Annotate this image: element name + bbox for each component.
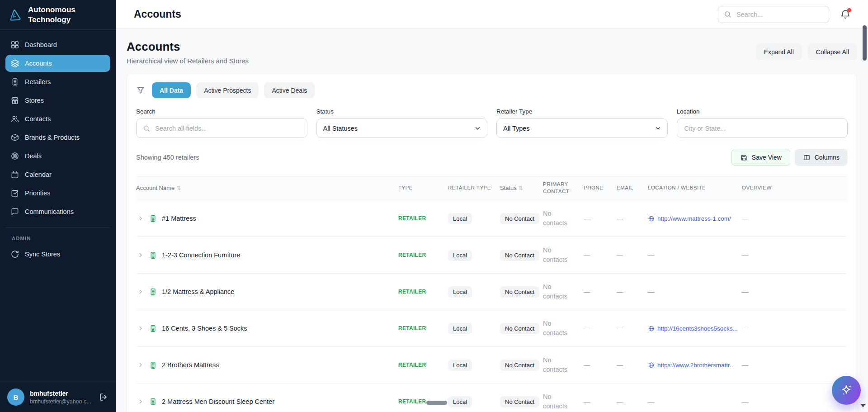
scrollbar-down-arrow[interactable]	[860, 404, 866, 407]
primary-contact-cell: No contacts	[543, 246, 584, 265]
sidebar-item-sync-stores[interactable]: Sync Stores	[5, 246, 110, 263]
account-name-cell: 2 Brothers Mattress	[136, 361, 398, 369]
filter-location-control[interactable]	[677, 118, 848, 138]
users-icon	[10, 114, 19, 123]
overview-cell: —	[742, 288, 841, 295]
expand-all-button[interactable]: Expand All	[756, 43, 802, 60]
building-icon	[10, 77, 19, 86]
tab-active-deals[interactable]: Active Deals	[264, 82, 315, 98]
table-row[interactable]: #1 Mattress RETAILER Local No Contact No…	[136, 200, 848, 237]
columns-button[interactable]: Columns	[795, 149, 848, 166]
status-select[interactable]: All Statuses	[316, 118, 488, 138]
sidebar-item-label: Dashboard	[25, 41, 57, 48]
website-empty: —	[648, 398, 654, 405]
building-icon	[149, 361, 157, 369]
overview-cell: —	[742, 251, 841, 259]
sidebar-item-communications[interactable]: Communications	[5, 203, 110, 220]
expand-chevron-icon[interactable]	[137, 398, 144, 405]
vertical-scrollbar-thumb[interactable]	[863, 25, 867, 61]
website-url: http://16cents3shoes5socks...	[657, 325, 738, 332]
sidebar-item-dashboard[interactable]: Dashboard	[5, 36, 110, 53]
admin-section-label: ADMIN	[5, 229, 110, 244]
sidebar-item-label: Stores	[25, 97, 44, 104]
retailer-type-select[interactable]: All Types	[496, 118, 668, 138]
filter-search-control[interactable]	[136, 118, 307, 138]
overview-cell: —	[742, 325, 841, 332]
sidebar-spacer	[0, 263, 116, 382]
table-header: Account Name⇅ TYPE RETAILER TYPE Status⇅…	[136, 176, 848, 200]
type-cell: RETAILER	[398, 325, 448, 331]
status-cell: No Contact	[500, 323, 543, 334]
notifications-button[interactable]	[840, 9, 851, 20]
building-icon	[149, 251, 157, 260]
tab-all-data[interactable]: All Data	[152, 82, 191, 98]
expand-chevron-icon[interactable]	[137, 288, 144, 295]
sidebar-item-accounts[interactable]: Accounts	[5, 55, 110, 72]
save-view-button[interactable]: Save View	[731, 149, 790, 166]
results-count: Showing 450 retailers	[136, 154, 199, 161]
sort-icon: ⇅	[519, 185, 523, 191]
global-search[interactable]	[718, 6, 829, 23]
horizontal-scrollbar-thumb[interactable]	[426, 401, 447, 405]
email-cell: —	[617, 325, 648, 332]
expand-chevron-icon[interactable]	[137, 325, 144, 332]
sidebar-item-calendar[interactable]: Calendar	[5, 166, 110, 183]
website-empty: —	[648, 251, 654, 259]
expand-chevron-icon[interactable]	[137, 361, 144, 369]
sidebar-item-label: Retailers	[25, 78, 51, 85]
page-head: Accounts Hierarchical view of Retailers …	[127, 40, 857, 65]
sidebar-nav: Dashboard Accounts Retailers Stores	[0, 30, 116, 263]
column-header-overview: OVERVIEW	[742, 185, 841, 192]
save-view-label: Save View	[752, 154, 782, 161]
sort-icon: ⇅	[176, 185, 181, 191]
column-header-type: TYPE	[398, 185, 448, 192]
filter-search-input[interactable]	[154, 124, 301, 133]
sidebar-item-deals[interactable]: Deals	[5, 147, 110, 165]
retailer-type-cell: Local	[448, 250, 500, 261]
filter-retailer-type: Retailer Type All Types	[496, 108, 668, 138]
account-name: 1-2-3 Connection Furniture	[162, 251, 240, 259]
table-row[interactable]: 2 Mattress Men Discount Sleep Center RET…	[136, 384, 848, 412]
user-email: bmhufstetler@yahoo.c...	[30, 398, 91, 405]
column-header-account-name[interactable]: Account Name⇅	[136, 184, 398, 192]
column-header-primary-contact: PRIMARY CONTACT	[543, 181, 584, 195]
table-row[interactable]: 16 Cents, 3 Shoes & 5 Socks RETAILER Loc…	[136, 310, 848, 347]
location-input[interactable]	[684, 124, 841, 133]
search-icon	[143, 125, 150, 132]
column-header-status[interactable]: Status⇅	[500, 184, 543, 192]
filter-icon	[136, 86, 145, 95]
type-cell: RETAILER	[398, 362, 448, 368]
filter-location: Location	[677, 108, 848, 138]
collapse-all-button[interactable]: Collapse All	[808, 43, 857, 60]
expand-chevron-icon[interactable]	[137, 215, 144, 222]
sidebar-item-stores[interactable]: Stores	[5, 92, 110, 109]
sidebar-item-contacts[interactable]: Contacts	[5, 110, 110, 128]
message-icon	[10, 207, 19, 216]
table-row[interactable]: 2 Brothers Mattress RETAILER Local No Co…	[136, 347, 848, 384]
website-link[interactable]: http://16cents3shoes5socks...	[648, 325, 742, 332]
website-empty: —	[648, 288, 654, 295]
table-row[interactable]: 1-2-3 Connection Furniture RETAILER Loca…	[136, 237, 848, 274]
account-name-cell: 1/2 Mattress & Appliance	[136, 288, 398, 296]
globe-icon	[648, 215, 655, 222]
website-link[interactable]: http://www.mattress-1.com/	[648, 215, 742, 222]
retailer-type-select-value: All Types	[503, 125, 530, 132]
ai-assistant-fab[interactable]	[832, 376, 861, 405]
global-search-input[interactable]	[736, 10, 823, 19]
check-square-icon	[10, 189, 19, 198]
account-name: 2 Brothers Mattress	[162, 361, 219, 369]
sidebar-item-priorities[interactable]: Priorities	[5, 185, 110, 202]
account-name: #1 Mattress	[162, 215, 196, 222]
tab-active-prospects[interactable]: Active Prospects	[196, 82, 259, 98]
accounts-card: All Data Active Prospects Active Deals S…	[127, 73, 857, 412]
status-cell: No Contact	[500, 250, 543, 261]
avatar: B	[7, 388, 24, 406]
logout-icon[interactable]	[99, 392, 108, 402]
table-row[interactable]: 1/2 Mattress & Appliance RETAILER Local …	[136, 274, 848, 310]
website-link[interactable]: https://www.2brothersmattr...	[648, 362, 742, 369]
user-section: B bmhufstetler bmhufstetler@yahoo.c...	[0, 382, 116, 412]
expand-chevron-icon[interactable]	[137, 251, 144, 259]
sidebar-item-brands-products[interactable]: Brands & Products	[5, 129, 110, 146]
type-cell: RETAILER	[398, 215, 448, 222]
sidebar-item-retailers[interactable]: Retailers	[5, 73, 110, 90]
